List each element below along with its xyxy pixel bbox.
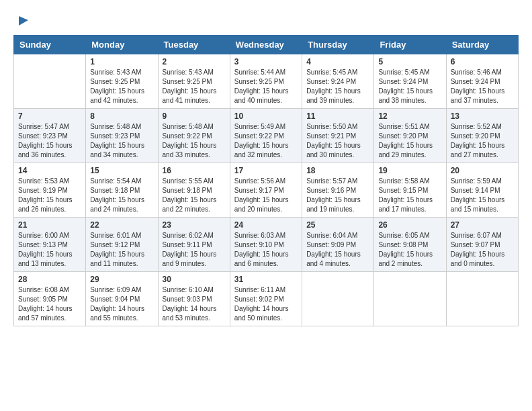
calendar-cell: 13Sunrise: 5:52 AM Sunset: 9:20 PM Dayli… (446, 109, 518, 163)
day-info: Sunrise: 6:05 AM Sunset: 9:08 PM Dayligh… (378, 231, 441, 269)
day-number: 10 (234, 111, 298, 121)
calendar-cell: 29Sunrise: 6:09 AM Sunset: 9:04 PM Dayli… (86, 272, 158, 326)
day-info: Sunrise: 5:52 AM Sunset: 9:20 PM Dayligh… (451, 122, 514, 160)
calendar-cell: 2Sunrise: 5:43 AM Sunset: 9:25 PM Daylig… (158, 54, 230, 109)
calendar-cell: 5Sunrise: 5:45 AM Sunset: 9:24 PM Daylig… (374, 54, 446, 109)
day-info: Sunrise: 5:54 AM Sunset: 9:18 PM Dayligh… (90, 177, 153, 214)
day-info: Sunrise: 5:56 AM Sunset: 9:17 PM Dayligh… (234, 177, 298, 214)
day-number: 9 (163, 111, 226, 121)
day-info: Sunrise: 5:43 AM Sunset: 9:25 PM Dayligh… (90, 68, 153, 105)
day-number: 21 (18, 220, 81, 230)
day-number: 11 (306, 111, 369, 121)
day-number: 8 (90, 111, 153, 121)
day-info: Sunrise: 5:55 AM Sunset: 9:18 PM Dayligh… (163, 177, 226, 214)
day-info: Sunrise: 5:51 AM Sunset: 9:20 PM Dayligh… (378, 122, 441, 160)
calendar-cell: 27Sunrise: 6:07 AM Sunset: 9:07 PM Dayli… (446, 218, 518, 272)
calendar-cell: 14Sunrise: 5:53 AM Sunset: 9:19 PM Dayli… (14, 163, 86, 218)
calendar-cell: 17Sunrise: 5:56 AM Sunset: 9:17 PM Dayli… (230, 163, 302, 218)
day-info: Sunrise: 5:47 AM Sunset: 9:23 PM Dayligh… (18, 122, 81, 160)
day-number: 30 (163, 275, 226, 284)
calendar-cell: 12Sunrise: 5:51 AM Sunset: 9:20 PM Dayli… (374, 109, 446, 163)
day-number: 18 (306, 166, 369, 175)
day-info: Sunrise: 6:00 AM Sunset: 9:13 PM Dayligh… (18, 231, 81, 269)
calendar-cell: 9Sunrise: 5:48 AM Sunset: 9:22 PM Daylig… (158, 109, 230, 163)
day-number: 20 (451, 166, 514, 175)
calendar-cell: 7Sunrise: 5:47 AM Sunset: 9:23 PM Daylig… (14, 109, 86, 163)
day-info: Sunrise: 6:08 AM Sunset: 9:05 PM Dayligh… (18, 285, 81, 323)
day-info: Sunrise: 5:45 AM Sunset: 9:24 PM Dayligh… (306, 68, 369, 105)
calendar-cell: 22Sunrise: 6:01 AM Sunset: 9:12 PM Dayli… (86, 218, 158, 272)
day-info: Sunrise: 6:10 AM Sunset: 9:03 PM Dayligh… (163, 285, 226, 323)
day-number: 27 (451, 220, 514, 230)
day-info: Sunrise: 6:03 AM Sunset: 9:10 PM Dayligh… (234, 231, 298, 269)
day-info: Sunrise: 5:50 AM Sunset: 9:21 PM Dayligh… (306, 122, 369, 160)
calendar-cell: 4Sunrise: 5:45 AM Sunset: 9:24 PM Daylig… (302, 54, 374, 109)
calendar-cell: 31Sunrise: 6:11 AM Sunset: 9:02 PM Dayli… (230, 272, 302, 326)
calendar-week-row: 1Sunrise: 5:43 AM Sunset: 9:25 PM Daylig… (14, 54, 519, 109)
calendar-cell (446, 272, 518, 326)
calendar-cell: 8Sunrise: 5:48 AM Sunset: 9:23 PM Daylig… (86, 109, 158, 163)
day-info: Sunrise: 6:07 AM Sunset: 9:07 PM Dayligh… (451, 231, 514, 269)
header (13, 13, 519, 28)
calendar-week-row: 28Sunrise: 6:08 AM Sunset: 9:05 PM Dayli… (14, 272, 519, 326)
day-info: Sunrise: 6:09 AM Sunset: 9:04 PM Dayligh… (90, 285, 153, 323)
day-info: Sunrise: 6:01 AM Sunset: 9:12 PM Dayligh… (90, 231, 153, 269)
calendar-header-row: SundayMondayTuesdayWednesdayThursdayFrid… (14, 36, 519, 54)
calendar-header-saturday: Saturday (446, 36, 518, 54)
logo (13, 13, 30, 28)
calendar-cell: 10Sunrise: 5:49 AM Sunset: 9:22 PM Dayli… (230, 109, 302, 163)
calendar-cell: 25Sunrise: 6:04 AM Sunset: 9:09 PM Dayli… (302, 218, 374, 272)
day-number: 12 (378, 111, 441, 121)
day-number: 24 (234, 220, 298, 230)
day-info: Sunrise: 5:57 AM Sunset: 9:16 PM Dayligh… (306, 177, 369, 214)
logo-triangle-icon (15, 13, 30, 28)
day-info: Sunrise: 5:44 AM Sunset: 9:25 PM Dayligh… (234, 68, 298, 105)
calendar-week-row: 7Sunrise: 5:47 AM Sunset: 9:23 PM Daylig… (14, 109, 519, 163)
calendar-week-row: 21Sunrise: 6:00 AM Sunset: 9:13 PM Dayli… (14, 218, 519, 272)
day-number: 7 (18, 111, 81, 121)
day-number: 17 (234, 166, 298, 175)
day-number: 25 (306, 220, 369, 230)
day-number: 19 (378, 166, 441, 175)
day-number: 5 (378, 57, 441, 66)
calendar-cell: 15Sunrise: 5:54 AM Sunset: 9:18 PM Dayli… (86, 163, 158, 218)
day-info: Sunrise: 5:48 AM Sunset: 9:22 PM Dayligh… (163, 122, 226, 160)
calendar-header-friday: Friday (374, 36, 446, 54)
day-number: 29 (90, 275, 153, 284)
day-number: 6 (451, 57, 514, 66)
day-number: 22 (90, 220, 153, 230)
day-number: 2 (163, 57, 226, 66)
day-info: Sunrise: 6:02 AM Sunset: 9:11 PM Dayligh… (163, 231, 226, 269)
calendar-cell: 24Sunrise: 6:03 AM Sunset: 9:10 PM Dayli… (230, 218, 302, 272)
day-number: 15 (90, 166, 153, 175)
day-info: Sunrise: 6:04 AM Sunset: 9:09 PM Dayligh… (306, 231, 369, 269)
day-number: 1 (90, 57, 153, 66)
day-number: 26 (378, 220, 441, 230)
calendar-header-sunday: Sunday (14, 36, 86, 54)
calendar-cell: 1Sunrise: 5:43 AM Sunset: 9:25 PM Daylig… (86, 54, 158, 109)
calendar-week-row: 14Sunrise: 5:53 AM Sunset: 9:19 PM Dayli… (14, 163, 519, 218)
calendar-header-thursday: Thursday (302, 36, 374, 54)
calendar-cell (302, 272, 374, 326)
day-number: 23 (163, 220, 226, 230)
calendar-cell: 16Sunrise: 5:55 AM Sunset: 9:18 PM Dayli… (158, 163, 230, 218)
calendar-header-tuesday: Tuesday (158, 36, 230, 54)
day-info: Sunrise: 5:43 AM Sunset: 9:25 PM Dayligh… (163, 68, 226, 105)
day-info: Sunrise: 5:59 AM Sunset: 9:14 PM Dayligh… (451, 177, 514, 214)
day-info: Sunrise: 5:45 AM Sunset: 9:24 PM Dayligh… (378, 68, 441, 105)
day-number: 28 (18, 275, 81, 284)
calendar-cell: 28Sunrise: 6:08 AM Sunset: 9:05 PM Dayli… (14, 272, 86, 326)
calendar-header-wednesday: Wednesday (230, 36, 302, 54)
calendar-cell (14, 54, 86, 109)
day-number: 16 (163, 166, 226, 175)
calendar-cell: 20Sunrise: 5:59 AM Sunset: 9:14 PM Dayli… (446, 163, 518, 218)
calendar-cell: 18Sunrise: 5:57 AM Sunset: 9:16 PM Dayli… (302, 163, 374, 218)
day-info: Sunrise: 6:11 AM Sunset: 9:02 PM Dayligh… (234, 285, 298, 323)
day-info: Sunrise: 5:46 AM Sunset: 9:24 PM Dayligh… (451, 68, 514, 105)
calendar-header-monday: Monday (86, 36, 158, 54)
day-info: Sunrise: 5:48 AM Sunset: 9:23 PM Dayligh… (90, 122, 153, 160)
day-info: Sunrise: 5:49 AM Sunset: 9:22 PM Dayligh… (234, 122, 298, 160)
calendar-cell: 19Sunrise: 5:58 AM Sunset: 9:15 PM Dayli… (374, 163, 446, 218)
day-number: 13 (451, 111, 514, 121)
calendar-cell: 3Sunrise: 5:44 AM Sunset: 9:25 PM Daylig… (230, 54, 302, 109)
